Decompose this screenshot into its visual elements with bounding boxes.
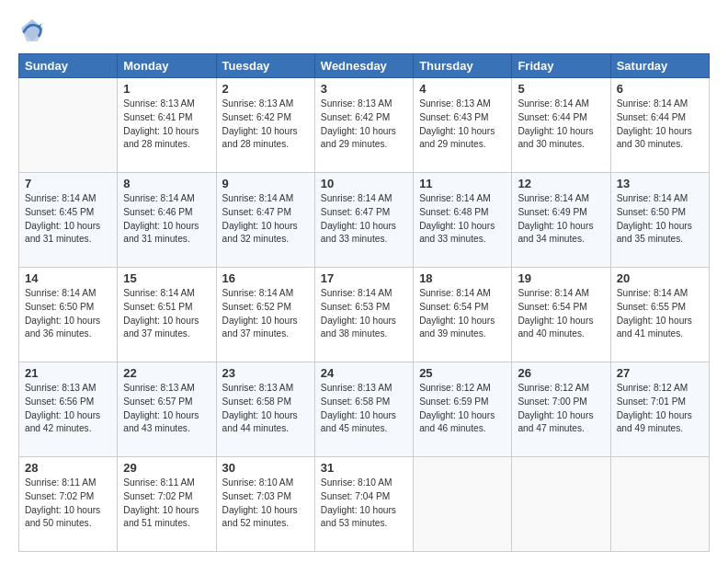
day-number: 3 xyxy=(321,82,407,96)
day-number: 24 xyxy=(321,366,407,380)
cell-content: Sunrise: 8:13 AM Sunset: 6:57 PM Dayligh… xyxy=(123,382,210,436)
cell-content: Sunrise: 8:14 AM Sunset: 6:54 PM Dayligh… xyxy=(518,287,604,341)
cell-content: Sunrise: 8:14 AM Sunset: 6:50 PM Dayligh… xyxy=(25,287,111,341)
cell-content: Sunrise: 8:14 AM Sunset: 6:48 PM Dayligh… xyxy=(419,192,506,247)
cell-content: Sunrise: 8:14 AM Sunset: 6:47 PM Dayligh… xyxy=(321,192,407,247)
calendar-week-0: 1Sunrise: 8:13 AM Sunset: 6:41 PM Daylig… xyxy=(19,78,710,173)
calendar-cell: 26Sunrise: 8:12 AM Sunset: 7:00 PM Dayli… xyxy=(512,362,610,457)
day-header-tuesday: Tuesday xyxy=(216,54,314,78)
calendar-cell: 31Sunrise: 8:10 AM Sunset: 7:04 PM Dayli… xyxy=(314,457,413,552)
cell-content: Sunrise: 8:13 AM Sunset: 6:43 PM Dayligh… xyxy=(419,98,506,152)
day-number: 12 xyxy=(518,177,604,190)
cell-content: Sunrise: 8:14 AM Sunset: 6:51 PM Dayligh… xyxy=(123,287,210,341)
day-number: 20 xyxy=(617,271,703,285)
day-number: 19 xyxy=(518,271,604,285)
day-number: 13 xyxy=(617,177,703,190)
calendar-cell: 5Sunrise: 8:14 AM Sunset: 6:44 PM Daylig… xyxy=(512,78,610,173)
day-header-sunday: Sunday xyxy=(19,54,118,78)
logo-icon xyxy=(18,17,46,44)
cell-content: Sunrise: 8:13 AM Sunset: 6:41 PM Dayligh… xyxy=(123,98,210,152)
calendar-cell: 15Sunrise: 8:14 AM Sunset: 6:51 PM Dayli… xyxy=(118,268,216,362)
calendar-table: SundayMondayTuesdayWednesdayThursdayFrid… xyxy=(18,53,710,552)
calendar-cell: 8Sunrise: 8:14 AM Sunset: 6:46 PM Daylig… xyxy=(118,173,216,268)
calendar-cell: 22Sunrise: 8:13 AM Sunset: 6:57 PM Dayli… xyxy=(118,362,216,457)
day-number: 17 xyxy=(321,271,407,285)
day-number: 2 xyxy=(222,82,309,96)
cell-content: Sunrise: 8:13 AM Sunset: 6:58 PM Dayligh… xyxy=(222,382,309,436)
calendar-header-row: SundayMondayTuesdayWednesdayThursdayFrid… xyxy=(19,54,710,78)
day-number: 18 xyxy=(419,271,506,285)
calendar-cell: 21Sunrise: 8:13 AM Sunset: 6:56 PM Dayli… xyxy=(19,362,118,457)
calendar-cell: 10Sunrise: 8:14 AM Sunset: 6:47 PM Dayli… xyxy=(314,173,413,268)
cell-content: Sunrise: 8:14 AM Sunset: 6:52 PM Dayligh… xyxy=(222,287,309,341)
calendar-week-3: 21Sunrise: 8:13 AM Sunset: 6:56 PM Dayli… xyxy=(19,362,710,457)
cell-content: Sunrise: 8:14 AM Sunset: 6:55 PM Dayligh… xyxy=(617,287,703,341)
cell-content: Sunrise: 8:14 AM Sunset: 6:47 PM Dayligh… xyxy=(222,192,309,247)
day-number: 7 xyxy=(25,177,111,190)
calendar-cell: 14Sunrise: 8:14 AM Sunset: 6:50 PM Dayli… xyxy=(19,268,118,362)
cell-content: Sunrise: 8:12 AM Sunset: 7:00 PM Dayligh… xyxy=(518,382,604,436)
day-header-friday: Friday xyxy=(512,54,610,78)
cell-content: Sunrise: 8:11 AM Sunset: 7:02 PM Dayligh… xyxy=(123,477,210,531)
cell-content: Sunrise: 8:10 AM Sunset: 7:03 PM Dayligh… xyxy=(222,477,309,531)
calendar-cell: 6Sunrise: 8:14 AM Sunset: 6:44 PM Daylig… xyxy=(610,78,709,173)
calendar-cell: 23Sunrise: 8:13 AM Sunset: 6:58 PM Dayli… xyxy=(216,362,314,457)
calendar-cell xyxy=(414,457,512,552)
cell-content: Sunrise: 8:14 AM Sunset: 6:44 PM Dayligh… xyxy=(617,98,703,152)
day-number: 10 xyxy=(321,177,407,190)
day-header-wednesday: Wednesday xyxy=(314,54,413,78)
calendar-cell: 18Sunrise: 8:14 AM Sunset: 6:54 PM Dayli… xyxy=(414,268,512,362)
calendar-cell: 27Sunrise: 8:12 AM Sunset: 7:01 PM Dayli… xyxy=(610,362,709,457)
calendar-cell: 25Sunrise: 8:12 AM Sunset: 6:59 PM Dayli… xyxy=(414,362,512,457)
day-header-saturday: Saturday xyxy=(610,54,709,78)
cell-content: Sunrise: 8:12 AM Sunset: 6:59 PM Dayligh… xyxy=(419,382,506,436)
cell-content: Sunrise: 8:14 AM Sunset: 6:45 PM Dayligh… xyxy=(25,192,111,247)
calendar-cell xyxy=(19,78,118,173)
day-number: 8 xyxy=(123,177,210,190)
day-number: 1 xyxy=(123,82,210,96)
day-number: 21 xyxy=(25,366,111,380)
calendar-cell: 1Sunrise: 8:13 AM Sunset: 6:41 PM Daylig… xyxy=(118,78,216,173)
cell-content: Sunrise: 8:13 AM Sunset: 6:42 PM Dayligh… xyxy=(321,98,407,152)
day-number: 30 xyxy=(222,461,309,475)
day-number: 5 xyxy=(518,82,604,96)
calendar-cell: 17Sunrise: 8:14 AM Sunset: 6:53 PM Dayli… xyxy=(314,268,413,362)
calendar-cell: 13Sunrise: 8:14 AM Sunset: 6:50 PM Dayli… xyxy=(610,173,709,268)
cell-content: Sunrise: 8:13 AM Sunset: 6:56 PM Dayligh… xyxy=(25,382,111,436)
logo xyxy=(18,17,50,44)
day-number: 15 xyxy=(123,271,210,285)
calendar-cell: 29Sunrise: 8:11 AM Sunset: 7:02 PM Dayli… xyxy=(118,457,216,552)
calendar-cell: 4Sunrise: 8:13 AM Sunset: 6:43 PM Daylig… xyxy=(414,78,512,173)
cell-content: Sunrise: 8:13 AM Sunset: 6:42 PM Dayligh… xyxy=(222,98,309,152)
day-number: 6 xyxy=(617,82,703,96)
cell-content: Sunrise: 8:13 AM Sunset: 6:58 PM Dayligh… xyxy=(321,382,407,436)
day-number: 28 xyxy=(25,461,111,475)
day-number: 16 xyxy=(222,271,309,285)
calendar-cell: 12Sunrise: 8:14 AM Sunset: 6:49 PM Dayli… xyxy=(512,173,610,268)
day-header-thursday: Thursday xyxy=(414,54,512,78)
calendar-cell: 20Sunrise: 8:14 AM Sunset: 6:55 PM Dayli… xyxy=(610,268,709,362)
calendar-cell: 11Sunrise: 8:14 AM Sunset: 6:48 PM Dayli… xyxy=(414,173,512,268)
day-number: 25 xyxy=(419,366,506,380)
day-number: 14 xyxy=(25,271,111,285)
calendar-cell: 9Sunrise: 8:14 AM Sunset: 6:47 PM Daylig… xyxy=(216,173,314,268)
cell-content: Sunrise: 8:14 AM Sunset: 6:44 PM Dayligh… xyxy=(518,98,604,152)
calendar-week-4: 28Sunrise: 8:11 AM Sunset: 7:02 PM Dayli… xyxy=(19,457,710,552)
calendar-cell xyxy=(610,457,709,552)
calendar-week-1: 7Sunrise: 8:14 AM Sunset: 6:45 PM Daylig… xyxy=(19,173,710,268)
calendar-cell: 16Sunrise: 8:14 AM Sunset: 6:52 PM Dayli… xyxy=(216,268,314,362)
day-number: 9 xyxy=(222,177,309,190)
calendar-cell xyxy=(512,457,610,552)
calendar-cell: 19Sunrise: 8:14 AM Sunset: 6:54 PM Dayli… xyxy=(512,268,610,362)
cell-content: Sunrise: 8:14 AM Sunset: 6:54 PM Dayligh… xyxy=(419,287,506,341)
day-number: 27 xyxy=(617,366,703,380)
calendar-cell: 28Sunrise: 8:11 AM Sunset: 7:02 PM Dayli… xyxy=(19,457,118,552)
cell-content: Sunrise: 8:10 AM Sunset: 7:04 PM Dayligh… xyxy=(321,477,407,531)
calendar-cell: 24Sunrise: 8:13 AM Sunset: 6:58 PM Dayli… xyxy=(314,362,413,457)
cell-content: Sunrise: 8:11 AM Sunset: 7:02 PM Dayligh… xyxy=(25,477,111,531)
calendar-cell: 30Sunrise: 8:10 AM Sunset: 7:03 PM Dayli… xyxy=(216,457,314,552)
calendar-cell: 7Sunrise: 8:14 AM Sunset: 6:45 PM Daylig… xyxy=(19,173,118,268)
header xyxy=(18,17,710,44)
day-number: 11 xyxy=(419,177,506,190)
cell-content: Sunrise: 8:12 AM Sunset: 7:01 PM Dayligh… xyxy=(617,382,703,436)
